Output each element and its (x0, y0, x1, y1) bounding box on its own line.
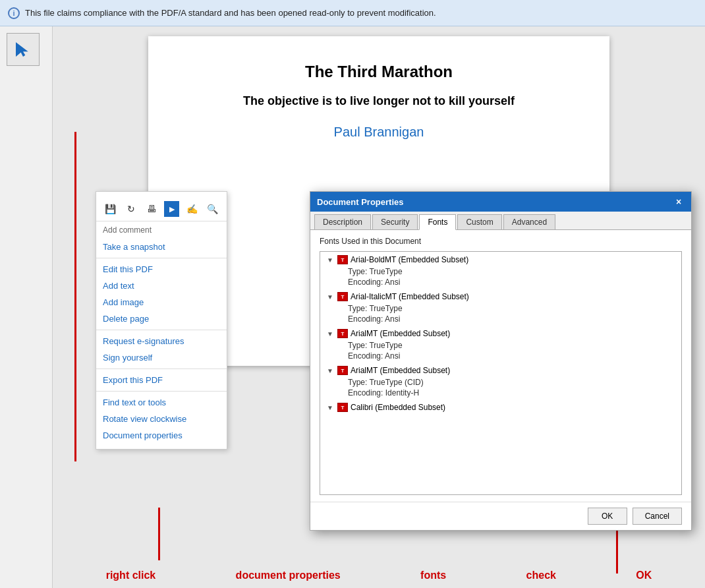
font-header-4[interactable]: ▼ T ArialMT (Embedded Subset) (324, 364, 677, 377)
tab-fonts[interactable]: Fonts (419, 214, 456, 230)
font-entry-1: ▼ T Arial-BoldMT (Embedded Subset) Type:… (320, 252, 681, 289)
doc-subtitle: The objective is to live longer not to k… (188, 94, 570, 108)
panel-item-edit-pdf[interactable]: Edit this PDF (96, 261, 227, 278)
tab-security[interactable]: Security (372, 214, 418, 229)
tool-save-icon[interactable]: 💾 (103, 201, 118, 217)
collapse-icon-2: ▼ (327, 293, 335, 301)
font-name-3: ArialMT (Embedded Subset) (351, 329, 450, 338)
panel-item-doc-properties[interactable]: Document properties (96, 427, 227, 444)
font-detail-3-enc: Encoding: Ansi (324, 351, 677, 361)
collapse-icon-1: ▼ (327, 256, 335, 264)
dialog-tabs: Description Security Fonts Custom Advanc… (310, 212, 691, 230)
font-header-3[interactable]: ▼ T ArialMT (Embedded Subset) (324, 327, 677, 340)
tool-print-icon[interactable]: 🖶 (144, 201, 159, 217)
panel-item-add-text[interactable]: Add text (96, 278, 227, 294)
font-detail-2-type: Type: TrueType (324, 303, 677, 314)
left-toolbar (0, 26, 53, 588)
font-type-icon-2: T (337, 292, 348, 301)
collapse-icon-5: ▼ (327, 404, 335, 411)
info-icon: i (8, 7, 20, 19)
annotation-line-2 (158, 508, 160, 560)
main-area: The Third Marathon The objective is to l… (0, 26, 705, 588)
side-panel-toolbar: 💾 ↻ 🖶 ▶ ✍ 🔍 (96, 197, 227, 221)
divider-1 (96, 258, 227, 258)
toolbar-icon-wrapper (7, 33, 40, 66)
divider-4 (96, 391, 227, 392)
font-header-1[interactable]: ▼ T Arial-BoldMT (Embedded Subset) (324, 253, 677, 266)
font-detail-2-enc: Encoding: Ansi (324, 314, 677, 324)
font-entry-2: ▼ T Arial-ItalicMT (Embedded Subset) Typ… (320, 289, 681, 326)
font-entry-4: ▼ T ArialMT (Embedded Subset) Type: True… (320, 363, 681, 399)
cursor-icon (16, 42, 30, 57)
dialog-footer: OK Cancel (310, 502, 691, 530)
collapse-icon-3: ▼ (327, 330, 335, 338)
font-type-icon-4: T (337, 366, 348, 375)
panel-item-snapshot[interactable]: Take a snapshot (96, 239, 227, 255)
tab-advanced[interactable]: Advanced (503, 214, 555, 229)
label-doc-properties: document properties (236, 570, 341, 581)
doc-title: The Third Marathon (188, 63, 570, 81)
fonts-tree[interactable]: ▼ T Arial-BoldMT (Embedded Subset) Type:… (320, 251, 682, 495)
dialog-titlebar: Document Properties × (310, 192, 691, 212)
divider-3 (96, 368, 227, 369)
font-name-4: ArialMT (Embedded Subset) (351, 366, 450, 375)
tool-hand-icon[interactable]: ✍ (184, 201, 200, 217)
label-fonts: fonts (420, 570, 446, 581)
panel-item-delete-page[interactable]: Delete page (96, 310, 227, 327)
font-detail-4-type: Type: TrueType (CID) (324, 377, 677, 388)
dialog-close-button[interactable]: × (673, 196, 685, 208)
panel-item-add-image[interactable]: Add image (96, 294, 227, 310)
tab-description[interactable]: Description (314, 214, 371, 229)
font-detail-1-type: Type: TrueType (324, 266, 677, 277)
font-type-icon-3: T (337, 329, 348, 338)
document-properties-dialog: Document Properties × Description Securi… (310, 191, 692, 531)
font-detail-3-type: Type: TrueType (324, 340, 677, 351)
doc-author: Paul Brannigan (188, 125, 570, 140)
font-type-icon-5: T (337, 403, 348, 412)
panel-item-rotate[interactable]: Rotate view clockwise (96, 411, 227, 427)
dialog-body: Fonts Used in this Document ▼ T Arial-Bo… (310, 230, 691, 502)
tool-zoom-icon[interactable]: 🔍 (205, 201, 220, 217)
tool-refresh-icon[interactable]: ↻ (123, 201, 138, 217)
label-check: check (526, 570, 556, 581)
tab-custom[interactable]: Custom (457, 214, 501, 229)
info-bar: i This file claims compliance with the P… (0, 0, 705, 26)
doc-view: The Third Marathon The objective is to l… (53, 26, 705, 588)
panel-item-sign-yourself[interactable]: Sign yourself (96, 349, 227, 366)
dialog-title: Document Properties (317, 197, 403, 207)
info-text: This file claims compliance with the PDF… (25, 8, 436, 18)
font-detail-1-enc: Encoding: Ansi (324, 277, 677, 287)
panel-item-request-esig[interactable]: Request e-signatures (96, 333, 227, 349)
font-type-icon-1: T (337, 255, 348, 264)
panel-item-find[interactable]: Find text or tools (96, 394, 227, 411)
section-label: Fonts Used in this Document (320, 237, 682, 246)
label-ok: OK (636, 570, 652, 581)
label-right-click: right click (106, 570, 156, 581)
font-name-5: Calibri (Embedded Subset) (351, 403, 445, 412)
collapse-icon-4: ▼ (327, 367, 335, 374)
font-header-2[interactable]: ▼ T Arial-ItalicMT (Embedded Subset) (324, 290, 677, 303)
panel-label: Add comment (96, 224, 227, 239)
ok-button[interactable]: OK (588, 508, 627, 525)
font-name-2: Arial-ItalicMT (Embedded Subset) (351, 292, 469, 301)
annotation-line-1 (74, 132, 76, 461)
font-header-5[interactable]: ▼ T Calibri (Embedded Subset) (324, 401, 677, 414)
font-detail-4-enc: Encoding: Identity-H (324, 388, 677, 398)
divider-2 (96, 330, 227, 330)
bottom-labels: right click document properties fonts ch… (53, 570, 705, 581)
panel-item-export-pdf[interactable]: Export this PDF (96, 372, 227, 388)
font-entry-3: ▼ T ArialMT (Embedded Subset) Type: True… (320, 326, 681, 363)
tool-cursor-icon[interactable]: ▶ (164, 201, 179, 217)
font-name-1: Arial-BoldMT (Embedded Subset) (351, 255, 468, 264)
font-entry-5: ▼ T Calibri (Embedded Subset) (320, 399, 681, 415)
cancel-button[interactable]: Cancel (633, 508, 682, 525)
side-panel: 💾 ↻ 🖶 ▶ ✍ 🔍 Add comment Take a snapshot … (96, 191, 227, 450)
